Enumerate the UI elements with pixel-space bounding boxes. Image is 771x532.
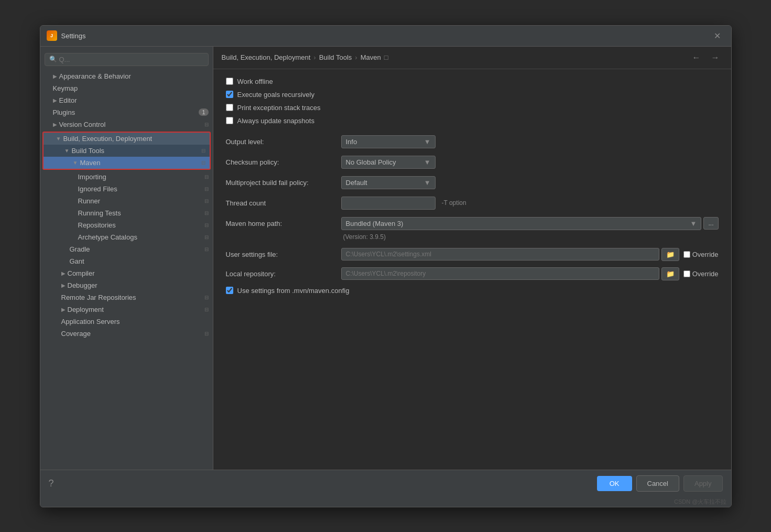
multiproject-control: Default ▼ (341, 176, 719, 189)
dialog-footer: ? OK Cancel Apply (40, 470, 731, 497)
sidebar-item-keymap[interactable]: Keymap (40, 82, 213, 94)
sidebar-item-label: Deployment (68, 306, 202, 313)
chevron-right-icon: ▶ (61, 283, 66, 288)
print-exception-checkbox[interactable] (226, 104, 233, 111)
sidebar-item-label: Ignored Files (78, 185, 202, 193)
sidebar-item-label: Build, Execution, Deployment (63, 135, 205, 143)
work-offline-checkbox[interactable] (226, 78, 233, 85)
maven-home-browse-button[interactable]: ... (703, 217, 718, 230)
sidebar-item-debugger[interactable]: ▶ Debugger (40, 279, 213, 291)
sidebar-item-importing[interactable]: Importing ⊟ (40, 171, 213, 183)
always-update-row: Always update snapshots (226, 117, 719, 125)
sidebar-item-version-control[interactable]: ▶ Version Control ⊟ (40, 118, 213, 131)
pin-icon: ⊟ (204, 234, 209, 240)
local-repo-override-checkbox[interactable] (683, 270, 690, 277)
t-option-label: -T option (442, 199, 466, 207)
work-offline-row: Work offline (226, 78, 719, 85)
thread-count-control: -T option (341, 197, 719, 210)
user-settings-browse-button[interactable]: 📁 (661, 248, 679, 261)
chevron-right-icon: ▶ (61, 270, 66, 276)
breadcrumb-bar: Build, Execution, Deployment › Build Too… (213, 47, 731, 69)
nav-forward-button[interactable]: → (708, 52, 723, 63)
sidebar-item-label: Maven (80, 159, 199, 167)
checksum-policy-select[interactable]: No Global Policy ▼ (341, 156, 436, 169)
local-repo-browse-button[interactable]: 📁 (661, 267, 679, 280)
multiproject-select[interactable]: Default ▼ (341, 176, 436, 189)
multiproject-row: Multiproject build fail policy: Default … (226, 176, 719, 189)
sidebar-item-repositories[interactable]: Repositories ⊟ (40, 219, 213, 231)
local-repo-input[interactable] (341, 267, 659, 280)
pin-icon: ⊟ (204, 246, 209, 252)
sidebar-item-deployment[interactable]: ▶ Deployment ⊟ (40, 303, 213, 316)
always-update-checkbox[interactable] (226, 117, 233, 124)
sidebar-item-remote-jar[interactable]: Remote Jar Repositories ⊟ (40, 291, 213, 303)
checksum-policy-row: Checksum policy: No Global Policy ▼ (226, 156, 719, 169)
checksum-policy-control: No Global Policy ▼ (341, 156, 719, 169)
override-label: Override (692, 251, 719, 258)
override-label: Override (692, 270, 719, 278)
sidebar-item-compiler[interactable]: ▶ Compiler (40, 267, 213, 279)
multiproject-value: Default (346, 179, 420, 187)
breadcrumb-pin[interactable]: □ (384, 53, 388, 61)
chevron-right-icon: ▶ (53, 97, 57, 103)
pin-icon: ⊟ (204, 198, 209, 204)
local-repo-override: Override (683, 270, 719, 278)
ok-button[interactable]: OK (597, 476, 632, 491)
thread-count-input[interactable] (341, 197, 436, 210)
use-settings-row: Use settings from .mvn/maven.config (226, 287, 719, 295)
maven-home-value: Bundled (Maven 3) (346, 220, 686, 227)
output-level-label: Output level: (226, 138, 341, 146)
search-box[interactable]: 🔍 (45, 53, 209, 66)
sidebar-item-label: Runner (78, 197, 202, 205)
help-button[interactable]: ? (49, 478, 54, 489)
sidebar-item-label: Version Control (59, 121, 202, 128)
use-settings-checkbox[interactable] (226, 287, 233, 294)
sidebar-item-plugins[interactable]: Plugins 1 (40, 106, 213, 118)
nav-back-button[interactable]: ← (689, 52, 704, 63)
maven-home-control: Bundled (Maven 3) ▼ ... (341, 217, 719, 230)
sidebar-item-label: Gradle (70, 245, 202, 253)
apply-button[interactable]: Apply (683, 475, 723, 492)
sidebar-item-label: Archetype Catalogs (78, 233, 202, 241)
cancel-button[interactable]: Cancel (636, 475, 679, 492)
sidebar-item-label: Running Tests (78, 209, 202, 217)
sidebar-item-appearance[interactable]: ▶ Appearance & Behavior (40, 70, 213, 82)
search-input[interactable] (59, 56, 204, 63)
settings-body: Work offline Execute goals recursively P… (213, 69, 731, 470)
chevron-down-icon: ▼ (73, 160, 78, 166)
chevron-right-icon: ▶ (61, 307, 66, 312)
sidebar-item-label: Build Tools (71, 147, 199, 155)
sidebar-item-coverage[interactable]: Coverage ⊟ (40, 328, 213, 340)
chevron-down-icon: ▼ (690, 220, 697, 227)
sidebar-item-app-servers[interactable]: Application Servers (40, 316, 213, 328)
user-settings-override-checkbox[interactable] (683, 251, 690, 258)
plugins-badge: 1 (199, 108, 208, 116)
pin-icon: ⊟ (204, 210, 209, 216)
sidebar-item-running-tests[interactable]: Running Tests ⊟ (40, 207, 213, 219)
sidebar-item-runner[interactable]: Runner ⊟ (40, 195, 213, 207)
watermark: CSDN @火车拉不拉 (40, 497, 731, 507)
pin-icon: ⊟ (204, 174, 209, 180)
maven-home-select[interactable]: Bundled (Maven 3) ▼ (341, 217, 702, 230)
sidebar-item-label: Debugger (68, 281, 209, 289)
sidebar-item-gant[interactable]: Gant (40, 255, 213, 267)
sidebar-item-label: Application Servers (61, 318, 209, 325)
execute-goals-checkbox[interactable] (226, 91, 233, 98)
breadcrumb-part1: Build, Execution, Deployment (222, 53, 311, 61)
chevron-down-icon: ▼ (424, 138, 431, 146)
sidebar-item-gradle[interactable]: Gradle ⊟ (40, 243, 213, 255)
sidebar-item-archetype-catalogs[interactable]: Archetype Catalogs ⊟ (40, 231, 213, 243)
sidebar-item-editor[interactable]: ▶ Editor (40, 94, 213, 106)
sidebar-item-label: Repositories (78, 221, 202, 229)
user-settings-input[interactable] (341, 248, 659, 260)
sidebar-item-maven[interactable]: ▼ Maven ⊟ (44, 157, 210, 169)
sidebar-item-build-execution[interactable]: ▼ Build, Execution, Deployment (44, 133, 210, 145)
sidebar-item-ignored-files[interactable]: Ignored Files ⊟ (40, 183, 213, 195)
close-button[interactable]: ✕ (710, 29, 725, 43)
execute-goals-label: Execute goals recursively (237, 91, 314, 99)
print-exception-row: Print exception stack traces (226, 104, 719, 112)
maven-version-text: (Version: 3.9.5) (343, 233, 386, 241)
output-level-select[interactable]: Info ▼ (341, 135, 436, 148)
local-repo-label: Local repository: (226, 270, 341, 278)
sidebar-item-build-tools[interactable]: ▼ Build Tools ⊟ (44, 145, 210, 157)
